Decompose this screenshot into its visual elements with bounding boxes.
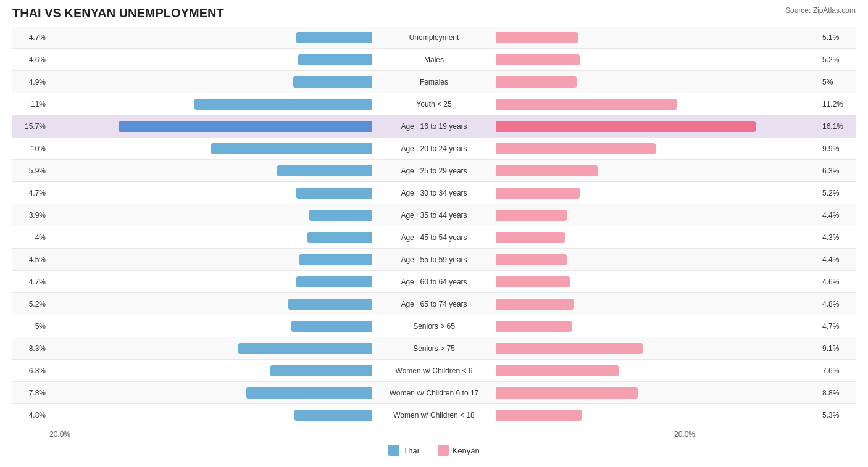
chart-header: THAI VS KENYAN UNEMPLOYMENT Source: ZipA… — [12, 6, 856, 20]
left-value: 4.7% — [12, 33, 49, 42]
bar-thai — [294, 410, 372, 421]
right-value: 4.4% — [819, 255, 856, 264]
bar-kenyan — [496, 321, 572, 332]
bars-container: Age | 55 to 59 years — [49, 249, 819, 270]
legend-thai: Thai — [388, 445, 419, 456]
right-value: 5% — [819, 78, 856, 86]
bar-right-wrap — [496, 75, 819, 89]
right-value: 5.2% — [819, 56, 856, 64]
bar-right-wrap — [496, 297, 819, 311]
row-label: Women w/ Children 6 to 17 — [372, 389, 496, 397]
bars-container: Age | 16 to 19 years — [49, 115, 819, 137]
row-label: Age | 35 to 44 years — [372, 211, 496, 220]
bar-thai — [296, 276, 372, 287]
bar-thai — [119, 121, 372, 132]
bars-container: Women w/ Children < 6 — [49, 360, 819, 381]
chart-row: 10%Age | 20 to 24 years9.9% — [12, 138, 856, 160]
bar-left-wrap — [49, 342, 372, 355]
left-value: 4.7% — [12, 278, 49, 286]
axis-row: 20.0% 20.0% — [12, 430, 856, 439]
bar-right-wrap — [496, 320, 819, 333]
chart-row: 7.8%Women w/ Children 6 to 178.8% — [12, 382, 856, 404]
right-value: 4.4% — [819, 211, 856, 220]
row-label: Age | 45 to 54 years — [372, 233, 496, 242]
chart-row: 4.5%Age | 55 to 59 years4.4% — [12, 249, 856, 271]
right-value: 5.2% — [819, 189, 856, 197]
bars-container: Age | 30 to 34 years — [49, 182, 819, 204]
bar-kenyan — [496, 210, 567, 221]
left-value: 4.8% — [12, 411, 49, 419]
chart-row: 11%Youth < 2511.2% — [12, 93, 856, 115]
legend: Thai Kenyan — [12, 445, 856, 456]
bar-thai — [238, 343, 372, 354]
source-label: Source: ZipAtlas.com — [785, 6, 856, 15]
bar-thai — [194, 99, 372, 110]
bars-container: Seniors > 75 — [49, 337, 819, 359]
chart-row: 4.9%Females5% — [12, 71, 856, 93]
bars-container: Females — [49, 71, 819, 93]
bar-right-wrap — [496, 53, 819, 67]
bar-kenyan — [496, 99, 677, 110]
bar-left-wrap — [49, 364, 372, 378]
row-label: Seniors > 65 — [372, 322, 496, 331]
bar-right-wrap — [496, 120, 819, 133]
left-value: 5% — [12, 322, 49, 331]
left-value: 10% — [12, 144, 49, 153]
row-label: Seniors > 75 — [372, 344, 496, 353]
bar-thai — [296, 32, 372, 43]
bar-thai — [309, 210, 372, 221]
bar-thai — [293, 76, 372, 88]
legend-thai-label: Thai — [403, 446, 419, 455]
bar-kenyan — [496, 188, 580, 199]
bar-right-wrap — [496, 164, 819, 178]
chart-row: 8.3%Seniors > 759.1% — [12, 337, 856, 360]
row-label: Women w/ Children < 18 — [372, 411, 496, 419]
chart-area: 4.7%Unemployment5.1%4.6%Males5.2%4.9%Fem… — [12, 27, 856, 426]
bar-right-wrap — [496, 342, 819, 355]
bar-left-wrap — [49, 97, 372, 111]
row-label: Age | 55 to 59 years — [372, 255, 496, 264]
chart-row: 6.3%Women w/ Children < 67.6% — [12, 360, 856, 382]
bar-kenyan — [496, 121, 756, 132]
bar-kenyan — [496, 276, 570, 287]
bar-left-wrap — [49, 297, 372, 311]
bar-kenyan — [496, 343, 643, 354]
bar-kenyan — [496, 143, 656, 154]
bar-left-wrap — [49, 320, 372, 333]
left-value: 8.3% — [12, 344, 49, 353]
row-label: Age | 20 to 24 years — [372, 144, 496, 153]
row-label: Youth < 25 — [372, 100, 496, 109]
bar-left-wrap — [49, 408, 372, 422]
right-value: 9.9% — [819, 144, 856, 153]
left-value: 11% — [12, 100, 49, 109]
bars-container: Seniors > 65 — [49, 315, 819, 337]
left-value: 7.8% — [12, 389, 49, 397]
chart-title: THAI VS KENYAN UNEMPLOYMENT — [12, 6, 224, 20]
bar-thai — [211, 143, 373, 154]
bar-kenyan — [496, 410, 582, 421]
bar-right-wrap — [496, 364, 819, 378]
bars-container: Age | 45 to 54 years — [49, 226, 819, 248]
bar-thai — [288, 299, 372, 310]
bar-kenyan — [496, 165, 598, 176]
bar-right-wrap — [496, 408, 819, 422]
bar-left-wrap — [49, 275, 372, 289]
chart-row: 4.8%Women w/ Children < 185.3% — [12, 404, 856, 426]
bar-thai — [307, 232, 372, 243]
right-value: 11.2% — [819, 100, 856, 109]
bar-left-wrap — [49, 120, 372, 133]
right-value: 16.1% — [819, 122, 856, 131]
left-value: 4.5% — [12, 255, 49, 264]
chart-row: 4.7%Age | 60 to 64 years4.6% — [12, 271, 856, 293]
right-value: 5.1% — [819, 33, 856, 42]
bar-kenyan — [496, 387, 638, 399]
bar-left-wrap — [49, 231, 372, 244]
bars-container: Age | 60 to 64 years — [49, 271, 819, 292]
chart-row: 3.9%Age | 35 to 44 years4.4% — [12, 204, 856, 226]
bars-container: Women w/ Children < 18 — [49, 404, 819, 426]
bar-right-wrap — [496, 231, 819, 244]
right-value: 6.3% — [819, 167, 856, 175]
legend-kenyan-box — [438, 445, 449, 456]
bars-container: Age | 35 to 44 years — [49, 204, 819, 226]
left-value: 4.6% — [12, 56, 49, 64]
